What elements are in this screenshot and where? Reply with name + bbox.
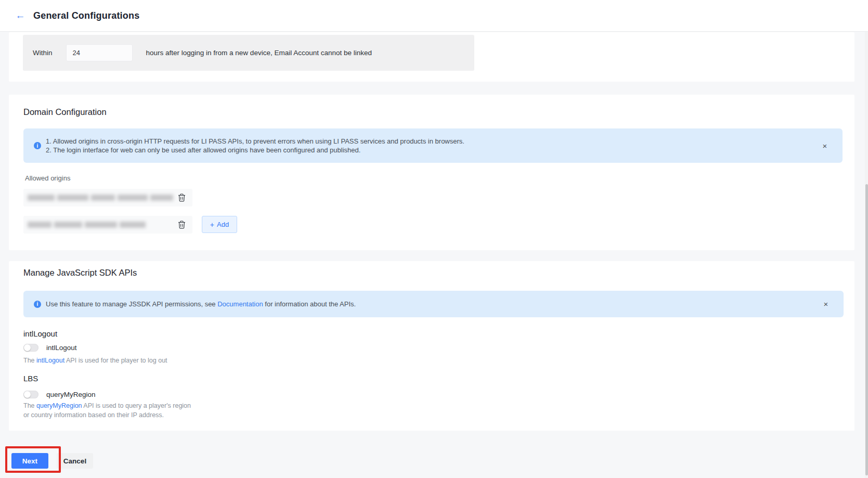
banner-text-suffix: for information about the APIs.	[263, 300, 356, 308]
hours-suffix-label: hours after logging in from a new device…	[146, 49, 372, 57]
cancel-button[interactable]: Cancel	[57, 453, 93, 469]
app-header: ← General Configurations	[0, 0, 868, 32]
toggle-knob	[24, 344, 31, 351]
jssdk-apis-card: Manage JavaScript SDK APIs i Use this fe…	[9, 261, 854, 431]
intllogout-api-link[interactable]: intlLogout	[36, 357, 64, 364]
hours-input[interactable]	[66, 44, 133, 61]
trash-icon	[178, 221, 186, 229]
allowed-origins-label: Allowed origins	[25, 174, 70, 182]
add-button-label: Add	[217, 221, 229, 228]
intllogout-toggle-label: intlLogout	[46, 344, 77, 352]
domain-info-banner: i 1. Allowed origins in cross-origin HTT…	[23, 128, 843, 163]
domain-info-banner-text: 1. Allowed origins in cross-origin HTTP …	[46, 137, 464, 155]
back-button[interactable]: ←	[14, 9, 27, 22]
delete-origin-button[interactable]	[176, 192, 187, 203]
desc-suffix: API is used for the player to log out	[64, 357, 167, 364]
documentation-link[interactable]: Documentation	[217, 300, 263, 308]
scrollbar-thumb[interactable]	[865, 184, 868, 475]
intllogout-toggle[interactable]	[23, 344, 38, 352]
querymyregion-toggle-row: queryMyRegion	[23, 391, 96, 398]
querymyregion-description: The queryMyRegion API is used to query a…	[23, 401, 196, 420]
email-linking-rule-panel: Within hours after logging in from a new…	[23, 35, 474, 71]
domain-configuration-title: Domain Configuration	[23, 107, 107, 117]
origin-input-row[interactable]	[23, 216, 192, 234]
api-group-title-intllogout: intlLogout	[23, 329, 57, 338]
banner-line-1: 1. Allowed origins in cross-origin HTTP …	[46, 137, 464, 146]
close-icon: ×	[824, 300, 828, 308]
plus-icon: +	[210, 221, 214, 228]
toggle-knob	[24, 391, 31, 398]
info-icon: i	[34, 142, 41, 149]
intllogout-toggle-row: intlLogout	[23, 344, 77, 352]
jssdk-info-banner-text: Use this feature to manage JSSDK API per…	[46, 300, 356, 309]
trash-icon	[178, 193, 186, 202]
api-group-title-lbs: LBS	[23, 374, 38, 383]
scrollbar-track	[865, 32, 868, 478]
close-icon: ×	[823, 141, 827, 150]
desc-prefix: The	[23, 402, 36, 409]
origin-input-row[interactable]	[23, 189, 192, 206]
banner-close-button[interactable]: ×	[821, 299, 831, 309]
banner-line-2: 2. The login interface for web can only …	[46, 146, 464, 155]
arrow-left-icon: ←	[16, 10, 25, 21]
email-linking-card: Within hours after logging in from a new…	[9, 32, 854, 82]
page-title: General Configurations	[33, 10, 139, 21]
delete-origin-button[interactable]	[176, 219, 187, 230]
banner-close-button[interactable]: ×	[820, 140, 830, 151]
domain-configuration-card: Domain Configuration i 1. Allowed origin…	[9, 95, 854, 250]
querymyregion-api-link[interactable]: queryMyRegion	[36, 402, 82, 409]
redacted-origin-value	[28, 222, 146, 228]
querymyregion-toggle-label: queryMyRegion	[46, 391, 96, 398]
info-icon: i	[34, 301, 41, 308]
banner-text-prefix: Use this feature to manage JSSDK API per…	[46, 300, 217, 308]
add-origin-button[interactable]: + Add	[202, 216, 237, 233]
jssdk-info-banner: i Use this feature to manage JSSDK API p…	[23, 291, 844, 317]
querymyregion-toggle[interactable]	[23, 391, 38, 398]
redacted-origin-value	[28, 195, 173, 201]
desc-prefix: The	[23, 357, 36, 364]
intllogout-description: The intlLogout API is used for the playe…	[23, 356, 167, 365]
jssdk-title: Manage JavaScript SDK APIs	[23, 268, 137, 278]
next-button[interactable]: Next	[11, 453, 48, 469]
within-label: Within	[33, 49, 53, 57]
